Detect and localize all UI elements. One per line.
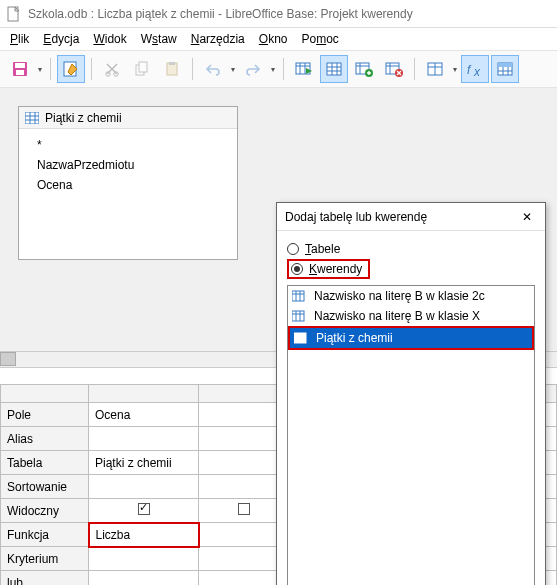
query-icon bbox=[292, 309, 308, 323]
undo-dropdown[interactable]: ▾ bbox=[229, 65, 237, 74]
query-icon bbox=[292, 289, 308, 303]
paste-button[interactable] bbox=[158, 55, 186, 83]
cell-tabela-1[interactable]: Piątki z chemii bbox=[89, 451, 199, 475]
menu-tools[interactable]: Narzędzia bbox=[191, 32, 245, 46]
svg-rect-8 bbox=[139, 62, 147, 72]
svg-rect-22 bbox=[25, 112, 39, 124]
svg-text:f: f bbox=[467, 63, 472, 77]
query-icon bbox=[294, 331, 310, 345]
table-name-button[interactable] bbox=[491, 55, 519, 83]
row-alias: Alias bbox=[1, 427, 89, 451]
radio-selected-icon[interactable] bbox=[291, 263, 303, 275]
save-dropdown[interactable]: ▾ bbox=[36, 65, 44, 74]
cell-funkcja-1[interactable]: Liczba bbox=[89, 523, 199, 547]
field-star[interactable]: * bbox=[37, 135, 219, 155]
list-item-label: Nazwisko na literę B w klasie 2c bbox=[314, 289, 485, 303]
row-sort: Sortowanie bbox=[1, 475, 89, 499]
row-widoczny: Widoczny bbox=[1, 499, 89, 523]
table-window[interactable]: Piątki z chemii * NazwaPrzedmiotu Ocena bbox=[18, 106, 238, 260]
table-field-list[interactable]: * NazwaPrzedmiotu Ocena bbox=[19, 129, 237, 259]
svg-rect-10 bbox=[169, 62, 175, 65]
row-kryterium: Kryterium bbox=[1, 547, 89, 571]
radio-icon bbox=[287, 243, 299, 255]
svg-rect-25 bbox=[294, 333, 306, 343]
grid-icon bbox=[25, 112, 39, 124]
design-view-button[interactable] bbox=[320, 55, 348, 83]
distinct-dropdown[interactable]: ▾ bbox=[451, 65, 459, 74]
table-window-title: Piątki z chemii bbox=[45, 111, 122, 125]
svg-rect-24 bbox=[292, 311, 304, 321]
functions-button[interactable]: fx bbox=[461, 55, 489, 83]
list-item[interactable]: Nazwisko na literę B w klasie X bbox=[288, 306, 534, 326]
window-titlebar: Szkola.odb : Liczba piątek z chemii - Li… bbox=[0, 0, 557, 28]
document-icon bbox=[6, 6, 22, 22]
toolbar: ▾ ▾ ▾ ▾ fx bbox=[0, 50, 557, 88]
checkbox-checked-icon[interactable] bbox=[138, 503, 150, 515]
redo-button[interactable] bbox=[239, 55, 267, 83]
row-pole: Pole bbox=[1, 403, 89, 427]
window-title: Szkola.odb : Liczba piątek z chemii - Li… bbox=[28, 7, 413, 21]
list-item[interactable]: Nazwisko na literę B w klasie 2c bbox=[288, 286, 534, 306]
menu-help[interactable]: Pomoc bbox=[301, 32, 338, 46]
cut-button[interactable] bbox=[98, 55, 126, 83]
radio-tables-label: Tabele bbox=[305, 242, 340, 256]
row-tabela: Tabela bbox=[1, 451, 89, 475]
cell-pole-2[interactable] bbox=[199, 403, 289, 427]
undo-button[interactable] bbox=[199, 55, 227, 83]
field-name2[interactable]: Ocena bbox=[37, 175, 219, 195]
cell-visible-1[interactable] bbox=[89, 499, 199, 523]
svg-rect-21 bbox=[498, 63, 512, 67]
list-item-label: Piątki z chemii bbox=[316, 331, 393, 345]
row-funkcja: Funkcja bbox=[1, 523, 89, 547]
menu-window[interactable]: Okno bbox=[259, 32, 288, 46]
menu-bar: Plik Edycja Widok Wstaw Narzędzia Okno P… bbox=[0, 28, 557, 50]
cell-pole-1[interactable]: Ocena bbox=[89, 403, 199, 427]
copy-button[interactable] bbox=[128, 55, 156, 83]
edit-mode-button[interactable] bbox=[57, 55, 85, 83]
close-icon[interactable]: ✕ bbox=[517, 210, 537, 224]
add-table-dialog: Dodaj tabelę lub kwerendę ✕ Tabele Kwere… bbox=[276, 202, 546, 585]
menu-file[interactable]: Plik bbox=[10, 32, 29, 46]
save-button[interactable] bbox=[6, 55, 34, 83]
run-query-button[interactable] bbox=[290, 55, 318, 83]
radio-queries-label[interactable]: Kwerendy bbox=[309, 262, 362, 276]
menu-edit[interactable]: Edycja bbox=[43, 32, 79, 46]
redo-dropdown[interactable]: ▾ bbox=[269, 65, 277, 74]
svg-rect-23 bbox=[292, 291, 304, 301]
checkbox-icon[interactable] bbox=[238, 503, 250, 515]
row-lub: lub bbox=[1, 571, 89, 586]
menu-insert[interactable]: Wstaw bbox=[141, 32, 177, 46]
svg-rect-3 bbox=[16, 70, 24, 75]
cell-visible-2[interactable] bbox=[199, 499, 289, 523]
radio-tables[interactable]: Tabele bbox=[287, 239, 535, 259]
add-table-button[interactable] bbox=[350, 55, 378, 83]
query-listbox[interactable]: Nazwisko na literę B w klasie 2c Nazwisk… bbox=[287, 285, 535, 585]
list-item-selected[interactable]: Piątki z chemii bbox=[290, 328, 532, 348]
dialog-title: Dodaj tabelę lub kwerendę bbox=[285, 210, 427, 224]
svg-rect-12 bbox=[327, 63, 341, 75]
clear-query-button[interactable] bbox=[380, 55, 408, 83]
menu-view[interactable]: Widok bbox=[93, 32, 126, 46]
field-name1[interactable]: NazwaPrzedmiotu bbox=[37, 155, 219, 175]
svg-rect-2 bbox=[15, 63, 25, 68]
distinct-values-button[interactable] bbox=[421, 55, 449, 83]
list-item-label: Nazwisko na literę B w klasie X bbox=[314, 309, 480, 323]
svg-text:x: x bbox=[473, 65, 481, 78]
